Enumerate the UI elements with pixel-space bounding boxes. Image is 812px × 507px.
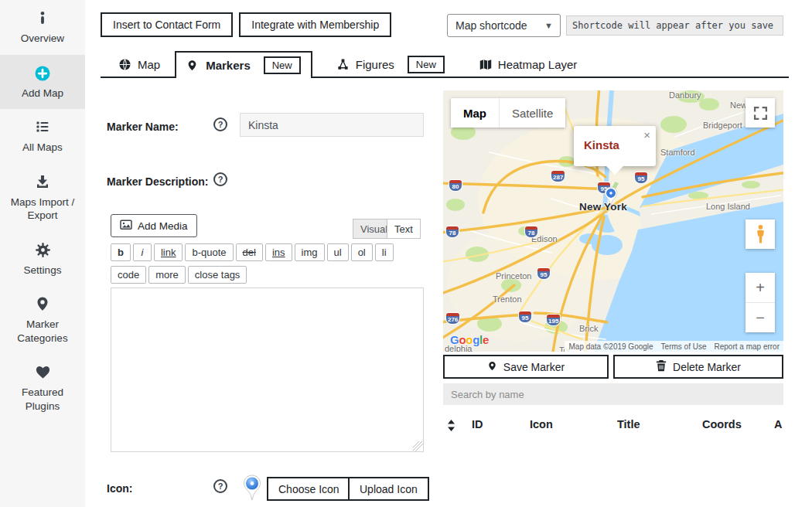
quicktag-italic[interactable]: i	[133, 243, 152, 261]
sidebar-item-overview[interactable]: Overview	[0, 0, 85, 55]
delete-marker-label: Delete Marker	[673, 361, 741, 373]
editor-textarea[interactable]	[111, 288, 424, 452]
map-label: Bridgeport	[703, 121, 742, 130]
sidebar-item-marker-categories[interactable]: Marker Categories	[0, 286, 85, 354]
route-shield: 276	[446, 313, 459, 324]
quicktag-more[interactable]: more	[148, 266, 186, 284]
tab-map[interactable]: Map	[108, 51, 170, 78]
marker-name-input[interactable]	[240, 113, 424, 137]
sidebar-item-label: Settings	[24, 264, 62, 276]
top-toolbar: Insert to Contact Form Integrate with Me…	[101, 12, 391, 37]
quicktag-li[interactable]: li	[375, 243, 394, 261]
column-header-title[interactable]: Title	[617, 418, 640, 430]
resize-handle[interactable]	[413, 441, 423, 451]
quicktag-img[interactable]: img	[295, 243, 325, 261]
info-window-title: Kinsta	[584, 138, 619, 151]
map-type-satellite-button[interactable]: Satellite	[499, 98, 565, 128]
marker-description-label: Marker Description:	[107, 175, 208, 188]
tab-label: Heatmap Layer	[498, 58, 578, 71]
column-header-coords[interactable]: Coords	[702, 418, 742, 430]
route-shield: 95	[537, 268, 550, 279]
help-icon[interactable]: ?	[213, 117, 227, 131]
insert-contact-form-button[interactable]: Insert to Contact Form	[101, 12, 233, 37]
route-shield: 78	[525, 226, 537, 237]
tab-figures[interactable]: Figures New	[326, 51, 455, 78]
quicktag-ol[interactable]: ol	[351, 243, 373, 261]
map-label: New	[730, 100, 747, 110]
new-badge: New	[264, 56, 301, 74]
map-marker[interactable]	[604, 186, 618, 206]
shortcode-select-value: Map shortcode	[455, 19, 527, 32]
tab-markers[interactable]: Markers New	[175, 51, 312, 78]
download-icon	[34, 174, 51, 191]
shapes-icon	[336, 58, 350, 71]
media-icon	[120, 219, 132, 233]
route-shield: 95	[519, 311, 531, 322]
marker-name-label: Marker Name:	[107, 121, 179, 133]
current-marker-icon	[243, 475, 261, 501]
tab-bar: Map Markers New Figures New Heatmap Laye…	[108, 51, 587, 78]
map-type-map-button[interactable]: Map	[451, 98, 499, 128]
tab-label: Map	[138, 58, 160, 71]
quicktag-ins[interactable]: ins	[265, 243, 292, 261]
sidebar-item-featured-plugins[interactable]: Featured Plugins	[0, 354, 85, 422]
chevron-down-icon: ▼	[544, 21, 553, 30]
map-label: Brick	[579, 324, 598, 333]
quicktags-row: b i link b-quote del ins img ul ol li	[111, 243, 394, 261]
quicktag-bold[interactable]: b	[111, 243, 131, 261]
zoom-in-button[interactable]: +	[745, 273, 775, 303]
shortcode-output-field[interactable]	[566, 15, 783, 36]
sidebar-item-add-map[interactable]: Add Map	[0, 55, 85, 110]
icon-label: Icon:	[107, 482, 132, 495]
sidebar-item-settings[interactable]: Settings	[0, 232, 85, 287]
save-marker-label: Save Marker	[503, 361, 565, 373]
close-icon[interactable]: ×	[643, 128, 650, 141]
help-icon[interactable]: ?	[213, 172, 227, 186]
column-header-actions[interactable]: A	[774, 418, 782, 430]
terms-link[interactable]: Terms of Use	[661, 342, 707, 351]
column-header-icon[interactable]: Icon	[530, 418, 553, 430]
sidebar-item-label: Maps Import / Export	[11, 196, 75, 222]
report-error-link[interactable]: Report a map error	[715, 342, 780, 351]
map-widget: Danbury New Bridgeport Stamford Long Isl…	[443, 90, 783, 352]
shortcode-select[interactable]: Map shortcode ▼	[447, 14, 561, 37]
sidebar-item-all-maps[interactable]: All Maps	[0, 109, 85, 164]
editor-tab-text[interactable]: Text	[387, 219, 421, 239]
help-icon[interactable]: ?	[213, 479, 227, 493]
sort-icon[interactable]	[448, 420, 455, 434]
google-logo[interactable]: Google	[450, 333, 489, 346]
save-marker-button[interactable]: Save Marker	[443, 355, 609, 379]
quicktag-bquote[interactable]: b-quote	[185, 243, 233, 261]
quicktag-link[interactable]: link	[154, 243, 183, 261]
markers-table-header: ID Icon Title Coords A	[443, 417, 783, 434]
integrate-membership-button[interactable]: Integrate with Membership	[239, 12, 391, 37]
sidebar-item-label: Marker Categories	[17, 318, 67, 344]
fullscreen-button[interactable]	[745, 98, 775, 128]
pegman-icon	[756, 224, 766, 244]
quicktag-code[interactable]: code	[111, 266, 146, 284]
info-window: Kinsta ×	[574, 126, 656, 166]
trash-icon	[656, 359, 667, 374]
folded-map-icon	[479, 58, 492, 71]
delete-marker-button[interactable]: Delete Marker	[613, 355, 783, 379]
add-circle-icon	[34, 65, 51, 82]
quicktag-ul[interactable]: ul	[327, 243, 349, 261]
tab-heatmap-layer[interactable]: Heatmap Layer	[469, 51, 588, 78]
info-icon	[34, 10, 51, 27]
quicktag-close-tags[interactable]: close tags	[188, 266, 247, 284]
sidebar-item-label: Overview	[21, 32, 64, 44]
upload-icon-button[interactable]: Upload Icon	[348, 477, 429, 501]
marker-search-input[interactable]	[443, 383, 783, 405]
choose-icon-button[interactable]: Choose Icon	[267, 477, 351, 501]
map-label: Long Island	[706, 202, 750, 211]
route-shield: 95	[635, 172, 647, 183]
column-header-id[interactable]: ID	[472, 418, 483, 430]
sidebar-item-import-export[interactable]: Maps Import / Export	[0, 164, 85, 232]
pegman-control[interactable]	[745, 219, 775, 249]
add-media-button[interactable]: Add Media	[111, 214, 197, 237]
sidebar-item-label: Featured Plugins	[22, 386, 63, 412]
map-label: Trenton	[493, 294, 522, 304]
route-shield: 80	[449, 180, 462, 191]
zoom-out-button[interactable]: −	[745, 303, 775, 332]
quicktag-del[interactable]: del	[236, 243, 263, 261]
